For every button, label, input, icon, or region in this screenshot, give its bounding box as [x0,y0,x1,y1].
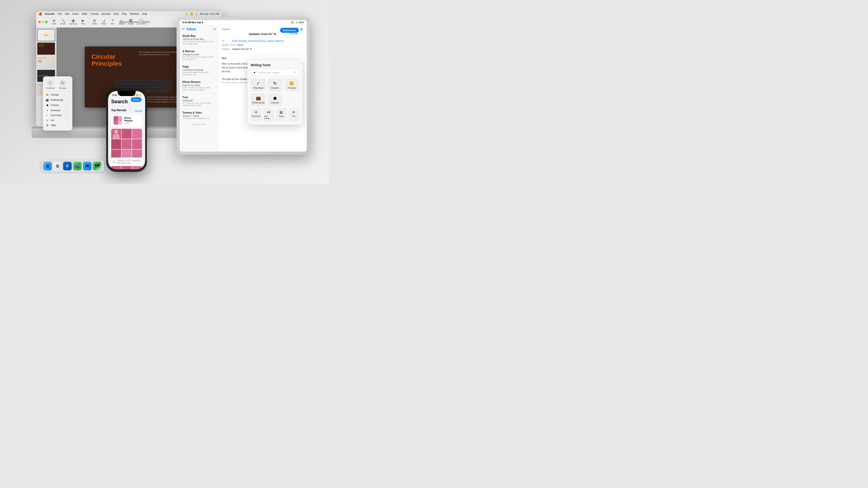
toolbar-view[interactable]: ⊞ View [50,18,58,26]
cancel-button[interactable]: Cancel [222,28,229,31]
fullscreen-button[interactable] [45,21,48,23]
result-cell-2[interactable] [122,129,131,139]
sender-3: Vega [182,65,189,68]
wt-item-list[interactable]: ≡ List [43,118,72,123]
dock-maps[interactable]: 🗺 [93,162,101,170]
apple-menu[interactable]: 🍎 [38,12,42,15]
toolbar-table[interactable]: ⊞ Table [90,18,99,26]
iwt-describe-input[interactable]: ✦ Describe your change 🎙 [251,69,299,76]
wt-item-professional[interactable]: 💼 Professional [43,97,72,103]
mail-item-3[interactable]: Vega Lunchtime Exchange Good time again!… [180,63,218,78]
iwt-table-btn[interactable]: ⊞ Table [276,108,287,121]
iwt-list-btn[interactable]: ≡ List [288,108,299,121]
wt-keypoints-label: Key Points [51,114,61,117]
wt-item-friendly[interactable]: 😊 Friendly [43,92,72,97]
toolbar-add-slide[interactable]: ➕ Add Slide [68,18,78,26]
iwt-professional-icon: 💼 [256,96,261,101]
iwt-concise-btn[interactable]: ◼ Concise [268,93,282,106]
iwt-keypoints-btn[interactable]: •≡ Key Points [264,108,274,121]
wt-item-concise[interactable]: ◼ Concise [43,103,72,108]
wt-item-keypoints[interactable]: • Key Points [43,113,72,118]
iwt-proofread-btn[interactable]: ✓ Proofread [251,78,266,92]
ipad-sidebar-icon[interactable]: ⊡ [213,28,216,31]
iwt-main-grid: ✓ Proofread ↻ Rewrite 😊 Friendly 💼 [251,78,299,106]
sender-4: Ethan Bensen [182,80,200,84]
wt-proofread-label: Proofread [46,87,55,89]
search-icon[interactable]: 🔍 [195,13,198,15]
mic-icon[interactable]: 🎙 [294,71,297,74]
toolbar-play[interactable]: ▶ Play [79,18,87,26]
toolbar-chart[interactable]: 📊 Chart [99,18,108,26]
wt-professional-label: Professional [51,99,63,101]
toolbar-text[interactable]: T Text [108,18,117,26]
iwt-concise-label: Concise [271,101,279,104]
album-card[interactable]: Press Photos Album [111,114,142,127]
traffic-lights [38,21,48,23]
iwt-professional-btn[interactable]: 💼 Professional [251,93,266,106]
result-cell-3[interactable] [132,129,142,139]
menu-slide[interactable]: Slide [82,12,87,15]
mail-item-5[interactable]: Tran Volleyball? Hi, I know it's only Ju… [180,94,218,109]
iwt-placeholder: Describe your change [257,71,292,74]
mail-item-2[interactable]: & Marcus Change the date Mia, We would b… [180,47,218,63]
sender-2: & Marcus [182,50,195,53]
mail-item-6[interactable]: Tommy & Yoko Tommy <> Maria Thanks for t… [180,109,218,122]
xcode-icon: X [66,164,69,168]
see-all-button[interactable]: See All [135,110,142,112]
ipad-time: 9:41 AM Mon Sep 9 [182,21,203,24]
result-2[interactable] [122,166,131,169]
done-button[interactable]: Done [131,97,142,102]
menu-help[interactable]: Help [142,12,147,15]
slide-title: CircularPrinciples [92,53,122,67]
sender-5: Tran [182,96,188,99]
summarize-button[interactable]: Summarize [280,28,299,33]
subject-2: Change the date [182,53,215,56]
wt-proofread-btn[interactable]: ✓ Proofread [46,79,55,89]
dock-facetime[interactable]: 📹 [73,162,82,170]
iwt-friendly-label: Friendly [287,87,296,89]
iwt-secondary-grid: ≡ Summary •≡ Key Points ⊞ Table ≡ [251,108,299,121]
slide-2[interactable]: Circular Principles [37,42,55,55]
toolbar-zoom[interactable]: 🔍 Zoom [59,18,67,26]
menu-view[interactable]: View [114,12,119,15]
top-results-title: Top Results [111,109,127,112]
menu-window[interactable]: Window [130,12,139,15]
dock-xcode[interactable]: X [63,162,72,170]
iwt-rewrite-btn[interactable]: ↻ Rewrite [268,78,282,92]
iwt-summary-btn[interactable]: ≡ Summary [251,108,261,121]
result-cell-1[interactable] [111,129,121,139]
menu-format[interactable]: Format [90,12,98,15]
mail-item-4[interactable]: Ethan Bensen Draft of my thesis Hello. T… [180,78,218,94]
menu-file[interactable]: File [58,12,62,15]
iwt-friendly-btn[interactable]: 😊 Friendly [284,78,299,92]
result-cell-5[interactable] [122,139,131,149]
slide-1[interactable]: Topics [37,29,55,41]
menu-insert[interactable]: Insert [72,12,79,15]
wt-item-table[interactable]: ⊞ Table [43,123,72,128]
ipad-screen: 9:41 AM Mon Sep 9 📶 🔋 100% ✏ Inbox ⊡ [180,20,307,152]
mail-item-1[interactable]: Doyle Bay Trip list for Doyle Bay Hey ev… [180,32,218,47]
wt-item-summary[interactable]: ≡ Summary [43,108,72,113]
menu-keynote[interactable]: Keynote [45,12,55,15]
close-button[interactable] [38,21,41,23]
dock-mail[interactable]: ✉ [83,162,92,170]
iphone-search-bottom[interactable]: 🔍 Stacey in NYC wearing her pink coat [110,158,143,166]
slide-3[interactable]: Environment 02 [37,56,55,68]
email-action-icon2[interactable]: 🗑 [300,27,303,31]
result-cell-4[interactable] [111,139,121,149]
dock-launchpad[interactable]: ⊞ [53,162,62,170]
ipad-compose-icon[interactable]: ✏ [182,27,185,31]
results-grid [111,166,142,169]
menu-edit[interactable]: Edit [65,12,69,15]
menu-play[interactable]: Play [122,12,127,15]
menu-arrange[interactable]: Arrange [101,12,110,15]
album-info: Press Photos Album [124,117,140,124]
result-cell-6[interactable] [132,139,142,149]
minimize-button[interactable] [42,21,44,23]
dock-finder[interactable]: 🖥 [43,162,52,170]
back-button[interactable]: ‹ [111,98,112,102]
menubar-right: 🔋 📶 🔍 Mon Apr 1 9:41 AM [185,13,219,15]
facetime-icon: 📹 [74,163,81,169]
wt-rewrite-btn[interactable]: ↻ Rewrite [59,79,66,89]
ipad: 9:41 AM Mon Sep 9 📶 🔋 100% ✏ Inbox ⊡ [177,17,310,155]
